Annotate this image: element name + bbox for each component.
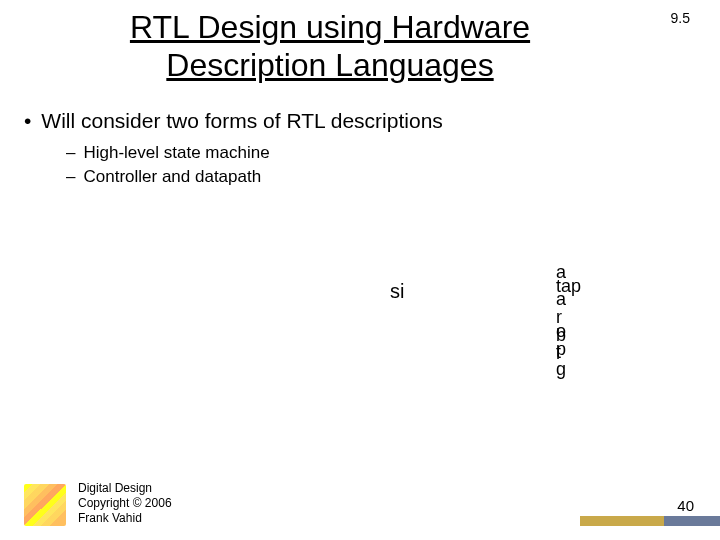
main-bullet: • Will consider two forms of RTL descrip…: [18, 109, 720, 133]
sub-bullet-list: – High-level state machine – Controller …: [66, 143, 720, 187]
footer-line: Digital Design: [78, 481, 172, 496]
sub-bullet-item: – Controller and datapath: [66, 167, 720, 187]
page-title: RTL Design using Hardware Description La…: [60, 8, 600, 85]
sub-bullet-item: – High-level state machine: [66, 143, 720, 163]
footer-line: Copyright © 2006: [78, 496, 172, 511]
accent-bar: [580, 516, 720, 526]
footer-text: Digital Design Copyright © 2006 Frank Va…: [78, 481, 172, 526]
fragment-line: g: [556, 362, 566, 376]
dash-icon: –: [66, 167, 75, 187]
slide-number: 9.5: [671, 10, 690, 26]
book-logo-icon: [24, 484, 66, 526]
fragment-si: si: [390, 280, 404, 303]
footer-line: Frank Vahid: [78, 511, 172, 526]
accent-bar-segment: [664, 516, 720, 526]
content-area: • Will consider two forms of RTL descrip…: [18, 109, 720, 187]
fragment-atap: a tap a: [556, 266, 581, 307]
footer: Digital Design Copyright © 2006 Frank Va…: [0, 466, 720, 526]
dash-icon: –: [66, 143, 75, 163]
page-number: 40: [677, 497, 694, 514]
main-bullet-text: Will consider two forms of RTL descripti…: [41, 109, 442, 133]
sub-bullet-text: High-level state machine: [83, 143, 269, 163]
fragment-robpg: r o b p t g: [556, 310, 566, 376]
bullet-dot-icon: •: [24, 109, 31, 133]
fragment-line: t: [556, 345, 561, 359]
accent-bar-segment: [580, 516, 664, 526]
sub-bullet-text: Controller and datapath: [83, 167, 261, 187]
